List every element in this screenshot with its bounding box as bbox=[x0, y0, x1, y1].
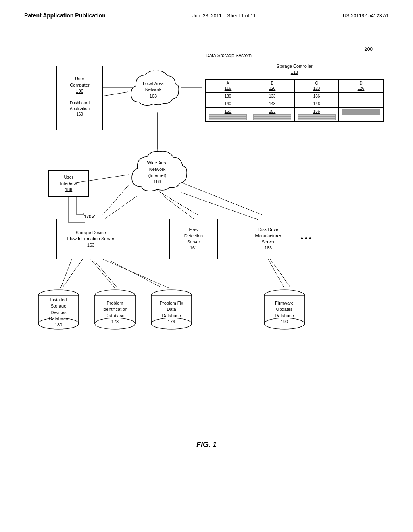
storage-controller-grid: A116 B120 C123 D126 130 133 136 140 143 … bbox=[205, 79, 384, 122]
disk-drive-mfr-server-box: Disk DriveManufacturerServer183 bbox=[242, 219, 294, 259]
storage-flaw-server-box: Storage DeviceFlaw Information Server163 bbox=[56, 219, 125, 259]
svg-line-33 bbox=[103, 92, 128, 96]
publication-title: Patent Application Publication bbox=[24, 12, 106, 19]
drive-line bbox=[342, 113, 380, 115]
cell-130: 130 bbox=[206, 92, 250, 100]
dashboard-app-label: DashboardApplication160 bbox=[70, 100, 90, 117]
cell-d4 bbox=[339, 108, 383, 122]
user-interface-box: UserInterface186 bbox=[48, 170, 89, 197]
problem-fix-db: Problem FixDataDatabase176 bbox=[149, 287, 194, 332]
svg-line-3 bbox=[103, 185, 129, 215]
col-A: A116 bbox=[206, 79, 250, 92]
drive-line bbox=[298, 116, 336, 118]
cell-d2 bbox=[339, 92, 383, 100]
figure-label: FIG. 1 bbox=[24, 441, 389, 449]
drive-line bbox=[253, 114, 291, 116]
drive-line bbox=[253, 116, 291, 118]
firmware-updates-db: FirmwareUpdatesDatabase190 bbox=[262, 287, 307, 332]
svg-line-39 bbox=[181, 193, 258, 220]
col-D: D126 bbox=[339, 79, 383, 92]
wan-label: Wide AreaNetwork(Internet)166 bbox=[147, 160, 168, 185]
storage-flaw-server-label: Storage DeviceFlaw Information Server163 bbox=[67, 230, 115, 248]
publication-date-sheet: Jun. 23, 2011 Sheet 1 of 11 bbox=[192, 13, 256, 19]
svg-line-42 bbox=[60, 259, 72, 288]
installed-storage-db-label: InstalledStorageDevicesDatabase180 bbox=[49, 291, 68, 328]
cell-d3 bbox=[339, 100, 383, 108]
svg-line-43 bbox=[91, 259, 115, 288]
diagram: 100 ↗ Data Storage System UserComputer10… bbox=[24, 29, 389, 432]
problem-fix-db-label: Problem FixDataDatabase176 bbox=[160, 294, 184, 325]
lan-label: Local AreaNetwork103 bbox=[143, 81, 164, 99]
storage-controller-box: Storage Controller 113 A116 B120 C123 D1… bbox=[202, 60, 387, 164]
page: Patent Application Publication Jun. 23, … bbox=[0, 0, 413, 532]
drive-line bbox=[298, 114, 336, 116]
svg-line-10 bbox=[111, 261, 161, 287]
col-B: B120 bbox=[250, 79, 294, 92]
drive-line bbox=[253, 118, 291, 120]
svg-line-11 bbox=[270, 259, 290, 287]
installed-storage-db: InstalledStorageDevicesDatabase180 bbox=[36, 287, 81, 332]
drive-line bbox=[342, 111, 380, 113]
storage-controller-label: Storage Controller 113 bbox=[205, 63, 384, 76]
cell-136: 136 bbox=[294, 92, 339, 100]
problem-id-db: ProblemIdentificationDatabase173 bbox=[93, 287, 137, 332]
system-arrow: ↗ bbox=[364, 46, 368, 52]
cell-156: 156 bbox=[294, 108, 339, 122]
col-C: C123 bbox=[294, 79, 339, 92]
svg-line-9 bbox=[95, 261, 117, 287]
cell-143: 143 bbox=[250, 100, 294, 108]
cell-146: 146 bbox=[294, 100, 339, 108]
drive-line bbox=[298, 118, 336, 120]
page-header: Patent Application Publication Jun. 23, … bbox=[24, 12, 389, 21]
problem-id-db-label: ProblemIdentificationDatabase173 bbox=[102, 294, 127, 325]
svg-line-8 bbox=[63, 259, 83, 287]
user-computer-box: UserComputer106 DashboardApplication160 bbox=[56, 66, 103, 130]
disk-drive-mfr-server-label: Disk DriveManufacturerServer183 bbox=[255, 227, 282, 251]
ref-170-label: 170↙ bbox=[84, 213, 96, 219]
svg-line-44 bbox=[103, 259, 169, 288]
svg-line-37 bbox=[105, 196, 137, 219]
drive-line bbox=[209, 118, 247, 120]
drive-line bbox=[209, 114, 247, 116]
cell-133: 133 bbox=[250, 92, 294, 100]
dots-label: • • • bbox=[301, 235, 311, 242]
cell-140: 140 bbox=[206, 100, 250, 108]
cell-150: 150 bbox=[206, 108, 250, 122]
svg-line-5 bbox=[181, 183, 262, 215]
lan-cloud: Local AreaNetwork103 bbox=[127, 68, 179, 112]
flaw-detection-server-label: FlawDetectionServer161 bbox=[184, 227, 203, 251]
svg-line-38 bbox=[163, 196, 194, 219]
firmware-updates-db-label: FirmwareUpdatesDatabase190 bbox=[275, 294, 294, 325]
user-computer-label: UserComputer106 bbox=[70, 76, 89, 94]
dashboard-app-box: DashboardApplication160 bbox=[62, 98, 98, 120]
drive-line bbox=[209, 116, 247, 118]
data-storage-system-label: Data Storage System bbox=[206, 53, 252, 58]
flaw-detection-server-box: FlawDetectionServer161 bbox=[169, 219, 218, 259]
cell-153: 153 bbox=[250, 108, 294, 122]
wan-cloud: Wide AreaNetwork(Internet)166 bbox=[127, 148, 188, 197]
patent-number: US 2011/0154123 A1 bbox=[343, 13, 389, 19]
svg-line-45 bbox=[268, 259, 284, 288]
drive-line bbox=[342, 109, 380, 111]
user-interface-label: UserInterface186 bbox=[60, 174, 77, 193]
